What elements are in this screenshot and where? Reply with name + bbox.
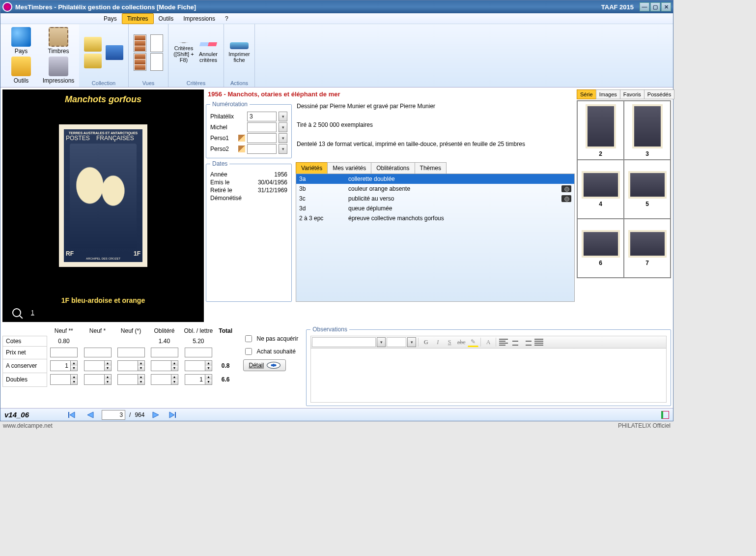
underline-button[interactable]: S (444, 337, 455, 347)
thumbnail-cell[interactable]: 5 (624, 160, 671, 219)
achat-souhaite-checkbox[interactable]: Achat souhaité (243, 347, 298, 356)
tab-varietes[interactable]: Variétés (296, 162, 328, 174)
tab-obliterations[interactable]: Oblitérations (371, 162, 415, 174)
tab-mes-varietes[interactable]: Mes variétés (327, 162, 371, 174)
aconserver-stepper-2[interactable]: ▲▼ (84, 360, 112, 371)
font-size-combo[interactable] (387, 337, 406, 347)
grid-view-icon-2[interactable] (134, 53, 146, 71)
thumbnail-cell[interactable]: 3 (624, 101, 671, 160)
maximize-button[interactable]: ▢ (650, 2, 660, 11)
nav-next-button[interactable] (148, 410, 162, 420)
folder-icon[interactable] (84, 54, 102, 68)
print-button[interactable]: Imprimer fiche (229, 42, 250, 63)
menu-impressions[interactable]: Impressions (178, 14, 220, 24)
exit-icon[interactable] (661, 411, 669, 419)
font-family-combo[interactable] (312, 337, 376, 347)
menu-outils[interactable]: Outils (154, 14, 179, 24)
thumbnail-cell[interactable]: 6 (577, 219, 624, 278)
pencil-icon[interactable] (238, 135, 245, 142)
tab-serie[interactable]: Série (577, 89, 596, 99)
doubles-row: Doubles ▲▼ ▲▼ ▲▼ ▲▼ ▲▼ 6.6 (3, 373, 235, 386)
prixnet-input-5[interactable] (185, 348, 212, 357)
font-color-button[interactable]: A (483, 337, 494, 347)
doubles-stepper-5[interactable]: ▲▼ (185, 374, 212, 385)
menu-pays[interactable]: Pays (99, 14, 122, 24)
nav-first-button[interactable] (66, 410, 80, 420)
font-dropdown[interactable] (377, 337, 386, 347)
thumbnail-cell[interactable]: 4 (577, 160, 624, 219)
criteria-button[interactable]: Critères ([Shift] + F8) (173, 42, 194, 63)
philatelix-input[interactable] (247, 112, 277, 121)
prixnet-input-4[interactable] (151, 348, 178, 357)
align-justify-button[interactable] (533, 337, 544, 347)
observations-textarea[interactable] (310, 349, 667, 403)
window-title: MesTimbres - Philatélix gestion de colle… (15, 3, 601, 11)
close-button[interactable]: ✕ (661, 2, 671, 11)
aconserver-stepper-3[interactable]: ▲▼ (117, 360, 145, 371)
tool-timbres[interactable]: Timbres (41, 27, 76, 55)
strike-button[interactable]: abc (456, 337, 467, 347)
doubles-stepper-1[interactable]: ▲▼ (50, 374, 78, 385)
ribbon-area: Pays Timbres Outils Impressions Collecti… (0, 24, 673, 88)
prixnet-input-2[interactable] (84, 348, 112, 357)
thumbnail-cell[interactable]: 7 (624, 219, 671, 278)
perso2-dropdown[interactable] (279, 144, 287, 154)
prixnet-input-1[interactable] (50, 348, 78, 357)
tab-favoris[interactable]: Favoris (620, 89, 644, 99)
doubles-stepper-4[interactable]: ▲▼ (151, 374, 178, 385)
variety-row[interactable]: 3bcouleur orange absente (296, 184, 574, 194)
michel-dropdown[interactable] (279, 122, 287, 132)
align-center-button[interactable] (510, 337, 521, 347)
stamp-image[interactable]: TERRES AUSTRALES ET ANTARCTIQUES POSTESF… (59, 124, 147, 267)
variety-row[interactable]: 3cpublicité au verso (296, 194, 574, 204)
tool-pays[interactable]: Pays (3, 27, 39, 55)
align-right-button[interactable] (522, 337, 532, 347)
italic-button[interactable]: I (432, 337, 443, 347)
image-page-number[interactable]: 1 (31, 309, 34, 316)
tool-impressions[interactable]: Impressions (41, 57, 76, 84)
bold-button[interactable]: G (420, 337, 431, 347)
tab-possedes[interactable]: Possédés (644, 89, 674, 99)
michel-input[interactable] (247, 122, 277, 132)
layout-icon-2[interactable] (150, 53, 163, 71)
prixnet-input-3[interactable] (117, 348, 145, 357)
tab-images[interactable]: Images (596, 89, 620, 99)
grid-view-icon[interactable] (134, 34, 146, 52)
aconserver-stepper-4[interactable]: ▲▼ (151, 360, 178, 371)
perso2-input[interactable] (247, 144, 277, 154)
doubles-stepper-3[interactable]: ▲▼ (117, 374, 145, 385)
minimize-button[interactable]: — (640, 2, 649, 11)
tab-themes[interactable]: Thèmes (415, 162, 447, 174)
perso1-dropdown[interactable] (279, 133, 287, 143)
nav-last-button[interactable] (166, 410, 180, 420)
tool-outils[interactable]: Outils (3, 57, 39, 84)
ne-pas-acquerir-checkbox[interactable]: Ne pas acquérir (243, 334, 298, 344)
doubles-stepper-2[interactable]: ▲▼ (84, 374, 112, 385)
philatelix-dropdown[interactable] (279, 112, 287, 121)
svg-marker-2 (87, 412, 93, 418)
align-left-button[interactable] (498, 337, 509, 347)
variety-list[interactable]: 3acollerette doublée3bcouleur orange abs… (296, 174, 575, 302)
magnify-icon[interactable] (12, 308, 21, 317)
menu-help[interactable]: ? (220, 14, 233, 24)
thumbnail-cell[interactable]: 2 (577, 101, 624, 160)
variety-row[interactable]: 3dqueue déplumée (296, 204, 574, 213)
save-icon[interactable] (106, 45, 123, 60)
nav-prev-button[interactable] (84, 410, 98, 420)
aconserver-stepper-5[interactable]: ▲▼ (185, 360, 212, 371)
aconserver-stepper-1[interactable]: ▲▼ (50, 360, 78, 371)
detail-button[interactable]: Détail (243, 359, 286, 371)
variety-row[interactable]: 2 à 3 epcépreuve collective manchots gor… (296, 213, 574, 223)
menu-timbres[interactable]: Timbres (122, 13, 154, 24)
record-number-input[interactable] (102, 410, 125, 420)
cancel-criteria-button[interactable]: Annuler critères (198, 42, 219, 63)
pencil-icon[interactable] (238, 146, 245, 152)
size-dropdown[interactable] (407, 337, 416, 347)
layout-icon[interactable] (150, 34, 163, 52)
perso1-input[interactable] (247, 133, 277, 143)
stamp-preview: Manchots gorfous TERRES AUSTRALES ET ANT… (2, 89, 204, 322)
highlight-button[interactable]: ✎ (468, 337, 478, 347)
folder-open-icon[interactable] (84, 37, 102, 52)
variety-row[interactable]: 3acollerette doublée (296, 174, 574, 184)
svg-marker-4 (169, 412, 174, 418)
